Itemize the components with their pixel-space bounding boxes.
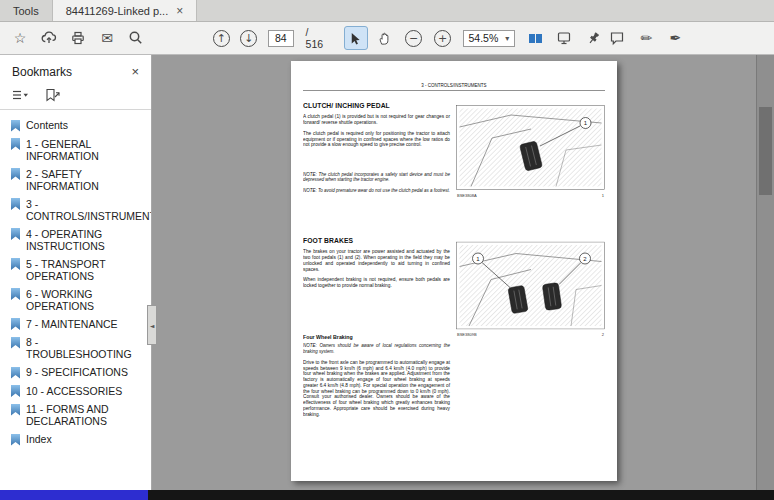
document-view[interactable]: 3 - CONTROLS/INSTRUMENTS CLUTCH/ INCHING… [152,55,756,490]
bookmark-label: 8 - TROUBLESHOOTING [26,336,145,360]
page-up-button[interactable]: ↑ [210,26,233,50]
star-button[interactable]: ☆ [8,26,32,50]
foot-brakes-section: FOOT BRAKES The brakes on your tractor a… [303,237,450,293]
four-wheel-braking-section: Four Wheel Braking NOTE: Owners should b… [303,334,450,422]
bookmark-icon [11,288,20,300]
main-toolbar: ☆ ✉ ↑ ↓ 84 / 516 [0,22,774,55]
toolbar-nav-group: ↑ ↓ 84 / 516 [210,26,332,50]
search-icon [128,30,144,46]
zoom-in-button[interactable]: + [431,26,455,50]
page-down-button[interactable]: ↓ [238,26,261,50]
page-fit-button[interactable] [523,26,547,50]
sidebar-item-safety-information[interactable]: 2 - SAFETY INFORMATION [11,165,145,195]
doc-section-heading: FOOT BRAKES [303,237,450,245]
bookmark-icon [11,337,20,349]
printer-icon [70,30,86,46]
star-icon: ☆ [14,30,27,46]
figure-illustration: 1 [456,105,605,190]
cloud-upload-button[interactable] [37,26,61,50]
sidebar-item-controls-instruments[interactable]: 3 - CONTROLS/INSTRUMENTS [11,195,145,225]
figure-number: 1 [602,193,604,198]
options-list-icon [11,88,29,102]
figure-foot-brakes: 1 2 BSE3809B 2 [456,242,605,338]
find-button[interactable] [124,26,148,50]
page-down-icon: ↓ [240,30,257,47]
page-display-button[interactable] [552,26,576,50]
taskbar-start-area [0,490,148,500]
bookmarks-panel-title: Bookmarks [12,65,72,79]
tab-tools[interactable]: Tools [0,0,53,21]
bookmark-icon [11,404,20,416]
bookmarks-panel: Bookmarks × Contents 1 - GENE [0,55,152,490]
bookmark-options-button[interactable] [10,87,30,103]
bookmark-label: 3 - CONTROLS/INSTRUMENTS [26,198,151,222]
doc-subheading: Four Wheel Braking [303,334,450,340]
figure-caption: BSE3808A 1 [456,193,605,198]
bookmark-icon [11,385,20,397]
page-up-icon: ↑ [213,30,230,47]
select-tool-button[interactable] [344,26,368,50]
figure-code: BSE3808A [457,193,477,198]
figure-code: BSE3809B [457,333,477,338]
pin-icon [586,31,601,46]
close-icon[interactable]: × [176,5,183,17]
zoom-out-icon: − [405,30,422,47]
pencil-icon: ✏ [640,30,652,46]
bookmark-icon [11,318,20,330]
tab-document[interactable]: 84411269-Linked p... × [53,0,198,21]
doc-note: NOTE: The clutch pedal incorporates a sa… [303,171,450,182]
email-button[interactable]: ✉ [95,26,119,50]
bookmark-label: 10 - ACCESSORIES [26,385,122,398]
taskbar-dark-area [148,490,774,500]
bookmark-icon [11,228,20,240]
bookmark-label: 9 - SPECIFICATIONS [26,366,128,379]
sidebar-item-general-information[interactable]: 1 - GENERAL INFORMATION [11,135,145,165]
doc-paragraph: The brakes on your tractor are power ass… [303,249,450,272]
page-header: 3 - CONTROLS/INSTRUMENTS [303,83,605,91]
page-number-input[interactable]: 84 [268,30,293,47]
panel-close-icon[interactable]: × [131,64,139,79]
cloud-upload-icon [41,30,57,46]
bookmark-icon [11,168,20,180]
toolbar-view-group: − + 54.5% ▾ [344,26,606,50]
comment-button[interactable] [605,26,629,50]
zoom-out-button[interactable]: − [402,26,426,50]
sidebar-item-contents[interactable]: Contents [11,116,145,135]
sidebar-item-operating-instructions[interactable]: 4 - OPERATING INSTRUCTIONS [11,225,145,255]
sidebar-item-maintenance[interactable]: 7 - MAINTENANCE [11,315,145,334]
doc-note: NOTE: To avoid premature wear do not use… [303,187,450,193]
bookmark-label: 4 - OPERATING INSTRUCTIONS [26,228,145,252]
doc-note: NOTE: Owners should be aware of local re… [303,343,450,354]
sidebar-item-specifications[interactable]: 9 - SPECIFICATIONS [11,363,145,382]
bookmark-label: 7 - MAINTENANCE [26,318,118,331]
bookmark-icon [11,434,20,446]
pin-button[interactable] [581,26,605,50]
bookmark-label: 5 - TRANSPORT OPERATIONS [26,258,145,282]
zoom-level-select[interactable]: 54.5% ▾ [463,30,516,47]
sidebar-item-transport-operations[interactable]: 5 - TRANSPORT OPERATIONS [11,255,145,285]
expand-current-bookmark-button[interactable] [42,87,62,103]
doc-paragraph: A clutch pedal (1) is provided but is no… [303,114,450,126]
figure-clutch-pedal: 1 BSE3808A 1 [456,105,605,198]
pedal-shape [542,283,561,311]
toolbar-left-group: ☆ ✉ [8,26,148,50]
bookmark-label: 2 - SAFETY INFORMATION [26,168,145,192]
hand-icon [377,31,392,46]
hand-tool-button[interactable] [373,26,397,50]
page-fit-icon [529,34,543,43]
vertical-scrollbar[interactable] [756,55,774,490]
sidebar-item-accessories[interactable]: 10 - ACCESSORIES [11,382,145,401]
content-area: Bookmarks × Contents 1 - GENE [0,55,774,490]
sidebar-item-forms-declarations[interactable]: 11 - FORMS AND DECLARATIONS [11,400,145,430]
sidebar-item-index[interactable]: Index [11,430,145,449]
figure-illustration: 1 2 [456,242,605,330]
sign-button[interactable]: ✒ [663,26,687,50]
zoom-in-icon: + [434,30,451,47]
panel-collapse-handle[interactable]: ◄ [147,305,157,345]
cursor-icon [348,31,363,46]
highlight-button[interactable]: ✏ [634,26,658,50]
sidebar-item-troubleshooting[interactable]: 8 - TROUBLESHOOTING [11,333,145,363]
scrollbar-thumb[interactable] [759,107,772,195]
print-button[interactable] [66,26,90,50]
sidebar-item-working-operations[interactable]: 6 - WORKING OPERATIONS [11,285,145,315]
